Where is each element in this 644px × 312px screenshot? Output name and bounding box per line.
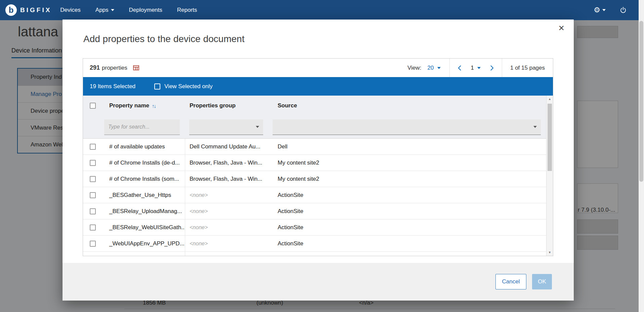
table-rows: # of available updates Dell Command Upda… (83, 138, 546, 256)
row-checkbox[interactable] (90, 224, 96, 231)
selection-bar: 19 Items Selected View Selected only (83, 77, 553, 96)
next-page-button[interactable] (489, 65, 495, 71)
chevron-down-icon (602, 9, 606, 11)
view-selected-only-checkbox[interactable] (154, 83, 160, 90)
source-cell: ActionSite (273, 208, 546, 215)
scroll-up-icon[interactable]: ▲ (547, 97, 553, 101)
property-name-cell (103, 252, 185, 256)
properties-table-panel: 291 properties View: 20 (83, 58, 553, 256)
ok-button[interactable]: OK (532, 274, 552, 289)
source-cell: ActionSite (273, 192, 546, 199)
table-row[interactable]: # of Chrome Installs (som... Browser, Fl… (83, 171, 546, 187)
add-properties-modal: × Add properties to the device document … (63, 20, 574, 301)
pages-info: 1 of 15 pages (502, 59, 553, 77)
chevron-right-icon (490, 65, 494, 71)
page-scrollbar-thumb[interactable] (639, 21, 643, 182)
row-checkbox[interactable] (90, 144, 96, 150)
table-header-row: Property name ↑↓ Properties group Source (83, 96, 546, 116)
bigfix-logo-icon: b (5, 4, 17, 16)
scroll-down-icon[interactable]: ▼ (547, 251, 553, 254)
table-row[interactable]: _BESRelay_UploadManag... <none> ActionSi… (83, 203, 546, 219)
current-page-value[interactable]: 1 (471, 65, 474, 71)
page-scrollbar[interactable] (639, 0, 644, 312)
chevron-down-icon (111, 9, 114, 11)
gear-icon: ⚙ (594, 6, 600, 14)
table-remove-icon (133, 65, 139, 71)
properties-count: 291 (90, 64, 100, 71)
view-selected-only-label: View Selected only (164, 83, 212, 90)
table-toolbar: 291 properties View: 20 (83, 59, 553, 77)
properties-group-cell: Browser, Flash, Java - Win... (185, 160, 273, 166)
manage-columns-button[interactable] (133, 65, 139, 71)
top-navbar: b BIGFIX Devices Apps Deployments Report… (0, 0, 644, 20)
toolbar-right: View: 20 1 1 of 15 pages (407, 59, 553, 77)
page-size-control: View: 20 (407, 59, 449, 77)
table-row-partial[interactable] (83, 252, 546, 256)
properties-group-cell: <none> (185, 241, 273, 247)
close-icon[interactable]: × (558, 23, 564, 33)
table-scrollbar[interactable]: ▲ ▼ (546, 96, 553, 256)
properties-group-cell: Browser, Flash, Java - Win... (185, 176, 273, 182)
chevron-left-icon (458, 65, 461, 71)
property-name-cell: _BESGather_Use_Https (103, 187, 185, 203)
property-name-cell: # of available updates (103, 139, 185, 154)
property-name-cell: _BESRelay_WebUISiteGath... (103, 219, 185, 235)
properties-group-cell: <none> (185, 192, 273, 198)
logout-button[interactable] (620, 7, 627, 13)
page-size-dropdown-icon[interactable] (437, 67, 441, 69)
navbar-right: ⚙ (594, 6, 627, 14)
power-icon (620, 7, 627, 13)
page-size-value[interactable]: 20 (428, 65, 434, 71)
cancel-button[interactable]: Cancel (495, 274, 526, 289)
nav-item-apps[interactable]: Apps (95, 7, 114, 13)
table-scrollbar-thumb[interactable] (548, 104, 552, 171)
sort-icon[interactable]: ↑↓ (152, 103, 156, 109)
source-cell: My content site2 (273, 160, 546, 166)
table-body-region: Property name ↑↓ Properties group Source (83, 96, 553, 256)
pager-controls: 1 (449, 59, 502, 77)
property-name-cell: # of Chrome Installs (de-d... (103, 155, 185, 171)
table-row[interactable]: _BESGather_Use_Https <none> ActionSite (83, 187, 546, 203)
view-label: View: (407, 65, 421, 71)
column-header-property-name[interactable]: Property name (109, 102, 149, 109)
dropdown-caret-icon (256, 126, 259, 128)
toolbar-left: 291 properties (83, 64, 139, 71)
select-all-checkbox[interactable] (90, 103, 96, 109)
row-checkbox[interactable] (90, 192, 96, 198)
property-name-cell: # of Chrome Installs (som... (103, 171, 185, 187)
selected-count-text: 19 Items Selected (90, 83, 135, 90)
column-header-source[interactable]: Source (278, 102, 297, 109)
row-checkbox[interactable] (90, 160, 96, 166)
modal-title: Add properties to the device document (83, 34, 244, 44)
source-filter-dropdown[interactable] (273, 119, 541, 135)
nav-item-deployments[interactable]: Deployments (129, 7, 162, 13)
table-row[interactable]: # of available updates Dell Command Upda… (83, 139, 546, 155)
table-row[interactable]: # of Chrome Installs (de-d... Browser, F… (83, 155, 546, 171)
row-checkbox[interactable] (90, 241, 96, 247)
row-checkbox[interactable] (90, 208, 96, 214)
source-cell: My content site2 (273, 176, 546, 182)
table-filter-row (83, 116, 546, 138)
modal-footer: Cancel OK (63, 263, 574, 301)
property-name-cell: _WebUIAppEnv_APP_UPD... (103, 236, 185, 251)
table-row[interactable]: _BESRelay_WebUISiteGath... <none> Action… (83, 219, 546, 236)
settings-menu-button[interactable]: ⚙ (594, 6, 606, 14)
table-row[interactable]: _WebUIAppEnv_APP_UPD... <none> ActionSit… (83, 236, 546, 252)
page-dropdown-icon[interactable] (477, 67, 481, 69)
property-name-search-input[interactable] (104, 119, 180, 135)
properties-group-cell: <none> (185, 224, 273, 231)
source-cell: ActionSite (273, 240, 546, 247)
nav-item-reports[interactable]: Reports (177, 7, 197, 13)
nav-item-devices[interactable]: Devices (60, 7, 80, 13)
brand-name: BIGFIX (20, 6, 51, 14)
source-cell: Dell (273, 143, 546, 150)
properties-count-label: properties (102, 65, 127, 71)
source-cell: ActionSite (273, 224, 546, 231)
properties-group-cell: <none> (185, 208, 273, 214)
row-checkbox[interactable] (90, 176, 96, 182)
previous-page-button[interactable] (456, 65, 463, 71)
properties-group-filter-dropdown[interactable] (189, 119, 263, 135)
main-nav: Devices Apps Deployments Reports (60, 7, 197, 13)
column-header-properties-group[interactable]: Properties group (190, 102, 236, 109)
dropdown-caret-icon (533, 126, 537, 128)
